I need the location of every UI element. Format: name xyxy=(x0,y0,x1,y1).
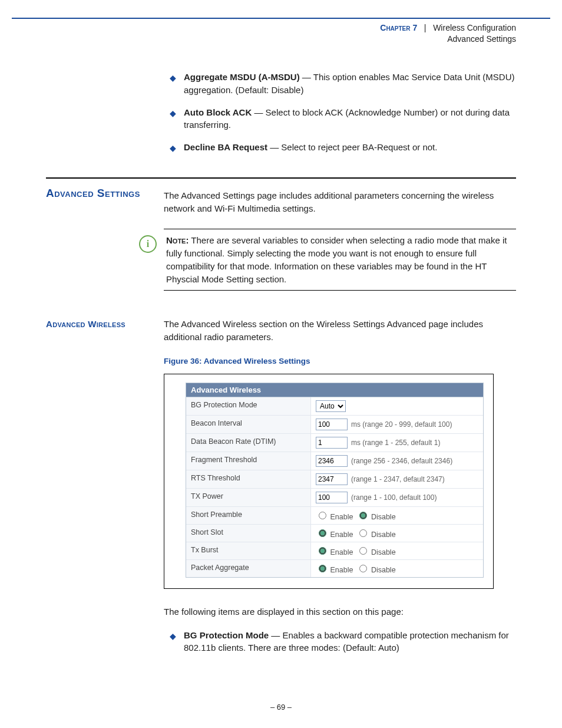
post-paragraph: The following items are displayed in thi… xyxy=(164,605,516,618)
intro-paragraph: The Advanced Settings page includes addi… xyxy=(164,189,516,215)
field-label: Short Slot xyxy=(186,525,311,542)
field-label: Fragment Threshold xyxy=(186,452,311,470)
section-rule xyxy=(46,177,516,179)
diamond-icon: ◆ xyxy=(170,107,184,133)
packet-aggregate-disable-radio[interactable] xyxy=(359,565,367,572)
info-icon: i xyxy=(139,235,157,253)
diamond-icon: ◆ xyxy=(170,72,184,98)
field-label: Tx Burst xyxy=(186,542,311,559)
table-row: Tx Burst Enable Disable xyxy=(186,542,483,560)
top-rule xyxy=(12,18,550,19)
tx-burst-enable-radio[interactable] xyxy=(319,547,326,555)
subsection-text: The Advanced Wireless section on the Wir… xyxy=(164,318,516,344)
list-item: ◆ Auto Block ACK — Select to block ACK (… xyxy=(170,106,516,132)
table-row: Fragment Threshold (range 256 - 2346, de… xyxy=(186,452,483,470)
rts-threshold-input[interactable] xyxy=(316,473,348,485)
table-row: Data Beacon Rate (DTIM) ms (range 1 - 25… xyxy=(186,434,483,452)
note-text: There are several variables to consider … xyxy=(166,235,507,284)
bottom-bullet-list: ◆ BG Protection Mode — Enables a backwar… xyxy=(170,629,516,655)
packet-aggregate-enable-radio[interactable] xyxy=(319,565,326,572)
field-label: RTS Threshold xyxy=(186,470,311,488)
note-block: i Note: There are several variables to c… xyxy=(164,229,516,291)
dtim-input[interactable] xyxy=(316,437,348,449)
header-sep: | xyxy=(419,23,431,32)
note-label: Note: xyxy=(166,235,189,245)
bg-protection-select[interactable]: Auto xyxy=(316,400,346,412)
chapter-label: Chapter 7 xyxy=(380,23,417,32)
diamond-icon: ◆ xyxy=(170,142,184,155)
tx-power-input[interactable] xyxy=(316,492,348,503)
list-item: ◆ BG Protection Mode — Enables a backwar… xyxy=(170,629,516,655)
header-title: Wireless Configuration xyxy=(433,23,516,32)
diamond-icon: ◆ xyxy=(170,630,184,656)
table-row: Short Slot Enable Disable xyxy=(186,525,483,542)
hint-text: (range 1 - 2347, default 2347) xyxy=(351,475,445,483)
header-subtitle: Advanced Settings xyxy=(380,34,516,45)
field-label: BG Protection Mode xyxy=(186,397,311,415)
table-row: TX Power (range 1 - 100, default 100) xyxy=(186,489,483,507)
page-header: Chapter 7 | Wireless Configuration Advan… xyxy=(380,22,516,45)
short-preamble-disable-radio[interactable] xyxy=(359,512,367,519)
list-item: ◆ Aggregate MSDU (A-MSDU) — This option … xyxy=(170,71,516,97)
field-label: Data Beacon Rate (DTIM) xyxy=(186,434,311,452)
top-bullet-list: ◆ Aggregate MSDU (A-MSDU) — This option … xyxy=(170,71,516,154)
table-row: RTS Threshold (range 1 - 2347, default 2… xyxy=(186,470,483,489)
subsection-heading: Advanced Wireless xyxy=(46,318,164,344)
short-preamble-enable-radio[interactable] xyxy=(319,512,326,519)
field-label: Beacon Interval xyxy=(186,416,311,433)
panel-title: Advanced Wireless xyxy=(186,383,483,397)
short-slot-disable-radio[interactable] xyxy=(359,529,367,537)
tx-burst-disable-radio[interactable] xyxy=(359,547,367,555)
hint-text: (range 256 - 2346, default 2346) xyxy=(351,457,452,465)
hint-text: ms (range 20 - 999, default 100) xyxy=(351,420,452,429)
hint-text: (range 1 - 100, default 100) xyxy=(351,493,437,502)
fragment-threshold-input[interactable] xyxy=(316,455,348,467)
page-number: – 69 – xyxy=(0,703,562,711)
field-label: Short Preamble xyxy=(186,507,311,524)
table-row: Short Preamble Enable Disable xyxy=(186,507,483,525)
field-label: Packet Aggregate xyxy=(186,560,311,577)
short-slot-enable-radio[interactable] xyxy=(319,529,326,537)
figure-caption: Figure 36: Advanced Wireless Settings xyxy=(164,357,516,365)
field-label: TX Power xyxy=(186,489,311,506)
hint-text: ms (range 1 - 255, default 1) xyxy=(351,439,440,447)
settings-screenshot: Advanced Wireless BG Protection Mode Aut… xyxy=(164,374,494,589)
table-row: BG Protection Mode Auto xyxy=(186,397,483,416)
table-row: Packet Aggregate Enable Disable xyxy=(186,560,483,577)
beacon-interval-input[interactable] xyxy=(316,419,348,430)
table-row: Beacon Interval ms (range 20 - 999, defa… xyxy=(186,416,483,434)
list-item: ◆ Decline BA Request — Select to reject … xyxy=(170,141,516,154)
